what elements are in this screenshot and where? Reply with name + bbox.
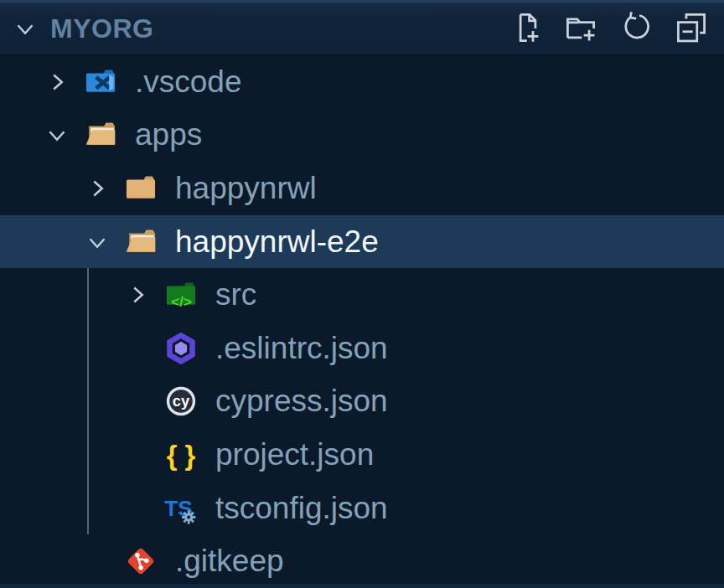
svg-text:cy: cy: [173, 393, 190, 410]
chevron-placeholder: [118, 382, 157, 420]
tree-item-happynrwl[interactable]: happynrwl: [0, 162, 724, 215]
cypress-icon: cy: [163, 384, 199, 419]
eslint-icon: [163, 331, 199, 366]
new-folder-icon: [562, 9, 599, 49]
typescript-icon: TS: [163, 491, 199, 526]
item-label: happynrwl-e2e: [175, 224, 379, 260]
item-label: apps: [135, 117, 202, 152]
chevron-down-icon[interactable]: [10, 13, 40, 44]
git-icon: [123, 544, 158, 579]
tree-item-vscode[interactable]: .vscode: [0, 55, 724, 109]
new-file-icon: [507, 9, 544, 49]
tree-item-eslintrc-json[interactable]: .eslintrc.json: [0, 322, 724, 375]
folder-closed-icon: [123, 171, 158, 206]
item-label: tsconfig.json: [215, 491, 388, 526]
item-label: cypress.json: [215, 384, 388, 419]
json-braces-icon: { }: [163, 437, 199, 472]
header-actions: [506, 9, 711, 48]
chevron-down-icon[interactable]: [38, 116, 76, 154]
item-label: project.json: [215, 437, 374, 472]
tree-item-gitkeep[interactable]: .gitkeep: [0, 534, 724, 588]
tree-item-apps[interactable]: apps: [0, 109, 724, 162]
tree-item-happynrwl-e2e[interactable]: happynrwl-e2e: [0, 215, 724, 269]
collapse-all-button[interactable]: [672, 9, 711, 48]
item-label: .eslintrc.json: [215, 331, 388, 366]
folder-open-icon: [123, 224, 158, 260]
svg-text:{ }: { }: [167, 440, 196, 471]
refresh-button[interactable]: [617, 9, 655, 48]
section-title: MYORG: [50, 13, 506, 44]
chevron-placeholder: [118, 436, 157, 474]
collapse-all-icon: [673, 9, 710, 49]
chevron-right-icon[interactable]: [78, 169, 116, 208]
chevron-placeholder: [118, 329, 157, 368]
new-folder-button[interactable]: [561, 9, 600, 48]
chevron-placeholder: [118, 489, 157, 528]
new-file-button[interactable]: [506, 9, 545, 48]
item-label: src: [215, 277, 256, 312]
vscode-folder-icon: [83, 64, 118, 100]
chevron-right-icon[interactable]: [38, 63, 76, 101]
tree-item-src[interactable]: </> src: [0, 268, 724, 322]
src-folder-icon: </>: [163, 277, 199, 312]
file-tree: .vscode apps happynrwl happynrwl-e2e </>…: [0, 55, 724, 588]
chevron-placeholder: [78, 542, 116, 580]
explorer-section-header[interactable]: MYORG: [0, 0, 724, 55]
tree-item-tsconfig-json[interactable]: TS tsconfig.json: [0, 482, 724, 535]
tree-item-project-json[interactable]: { } project.json: [0, 428, 724, 482]
refresh-icon: [618, 9, 654, 49]
tree-item-cypress-json[interactable]: cy cypress.json: [0, 375, 724, 429]
chevron-right-icon[interactable]: [118, 276, 157, 314]
chevron-down-icon[interactable]: [78, 223, 116, 261]
explorer-panel: MYORG .vscode apps happynrwl happynrwl-e…: [0, 0, 724, 588]
item-label: .vscode: [135, 64, 242, 100]
folder-open-icon: [83, 117, 118, 152]
svg-text:</>: </>: [171, 294, 192, 310]
item-label: happynrwl: [175, 171, 317, 206]
item-label: .gitkeep: [175, 544, 284, 579]
